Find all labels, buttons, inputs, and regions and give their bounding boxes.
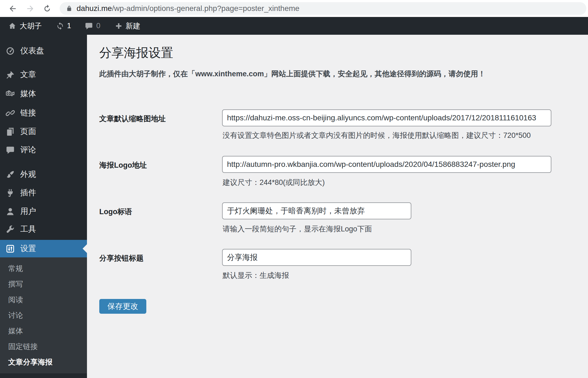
settings-submenu: 常规 撰写 阅读 讨论 媒体 固定链接 文章分享海报 (0, 257, 87, 373)
browser-back-button[interactable] (7, 3, 18, 14)
sidebar-item-label: 仪表盘 (20, 45, 44, 56)
admin-bar-new[interactable]: 新建 (115, 17, 140, 35)
new-label: 新建 (126, 21, 140, 31)
pages-icon (6, 127, 15, 136)
submenu-item-share-poster[interactable]: 文章分享海报 (8, 354, 53, 370)
comment-icon (85, 22, 93, 30)
sidebar-item-label: 评论 (20, 144, 36, 155)
page-title: 分享海报设置 (99, 45, 173, 61)
admin-bar-updates[interactable]: 1 (56, 17, 71, 35)
plugin-notice: 此插件由大胡子制作，仅在「www.xintheme.com」网站上面提供下载，安… (99, 69, 485, 79)
sidebar-item-appearance[interactable]: 外观 (0, 166, 87, 183)
submenu-item-discussion[interactable]: 讨论 (8, 307, 23, 323)
sidebar-item-label: 设置 (20, 243, 36, 254)
share-button-title-input[interactable] (222, 249, 411, 266)
sidebar-item-media[interactable]: 媒体 (0, 85, 87, 103)
sidebar-item-settings[interactable]: 设置 (0, 240, 87, 257)
url-host: dahuzi.me (77, 4, 112, 13)
site-name: 大胡子 (20, 21, 42, 31)
wrench-icon (6, 225, 15, 234)
save-changes-button[interactable]: 保存更改 (99, 299, 146, 314)
forward-arrow-icon (26, 4, 35, 13)
sliders-icon (6, 244, 15, 253)
sidebar-item-posts[interactable]: 文章 (0, 66, 87, 83)
sidebar-item-label: 外观 (20, 169, 36, 180)
sidebar-item-plugins[interactable]: 插件 (0, 184, 87, 202)
submenu-item-permalinks[interactable]: 固定链接 (8, 339, 38, 354)
sidebar-item-label: 页面 (20, 126, 36, 137)
field-label-poster-logo: 海报Logo地址 (99, 160, 147, 170)
screen: dahuzi.me/wp-admin/options-general.php?p… (0, 0, 588, 378)
field-helper-share-button-title: 默认显示：生成海报 (223, 271, 289, 280)
url-path: /wp-admin/options-general.php?page=poste… (112, 4, 299, 13)
sidebar-item-label: 插件 (20, 187, 36, 198)
update-icon (56, 22, 64, 30)
active-menu-arrow (83, 244, 87, 253)
field-label-default-thumbnail: 文章默认缩略图地址 (99, 114, 166, 124)
field-helper-logo-slogan: 请输入一段简短的句子，显示在海报Logo下面 (223, 224, 372, 234)
back-arrow-icon (8, 4, 17, 13)
main-content: 分享海报设置 此插件由大胡子制作，仅在「www.xintheme.com」网站上… (87, 35, 588, 378)
sidebar-item-label: 链接 (20, 107, 36, 118)
logo-slogan-input[interactable] (222, 202, 411, 219)
media-icon (6, 89, 15, 98)
plug-icon (6, 188, 15, 197)
admin-bar-site[interactable]: 大胡子 (8, 17, 42, 35)
sidebar-item-tools[interactable]: 工具 (0, 220, 87, 238)
sidebar-item-label: 工具 (20, 224, 36, 235)
submenu-item-media[interactable]: 媒体 (8, 323, 23, 339)
default-thumbnail-url-input[interactable] (222, 109, 551, 126)
browser-forward-button[interactable] (25, 3, 36, 14)
sidebar-item-comments[interactable]: 评论 (0, 141, 87, 159)
user-icon (6, 207, 15, 216)
wp-admin-menu: 仪表盘 文章 媒体 链接 页面 评论 外观 插件 (0, 35, 87, 378)
reload-icon (43, 4, 52, 13)
poster-logo-url-input[interactable] (222, 156, 551, 173)
sidebar-item-links[interactable]: 链接 (0, 104, 87, 122)
address-bar[interactable]: dahuzi.me/wp-admin/options-general.php?p… (60, 2, 586, 15)
link-icon (6, 109, 15, 118)
wp-admin-bar: 大胡子 1 0 新建 (0, 17, 588, 35)
sidebar-item-label: 媒体 (20, 88, 36, 99)
update-count: 1 (67, 22, 71, 30)
plus-icon (115, 22, 123, 30)
comment-count: 0 (96, 22, 100, 30)
sidebar-item-dashboard[interactable]: 仪表盘 (0, 42, 87, 60)
sidebar-item-pages[interactable]: 页面 (0, 123, 87, 140)
submenu-item-writing[interactable]: 撰写 (8, 276, 23, 292)
pushpin-icon (6, 70, 15, 79)
url-text: dahuzi.me/wp-admin/options-general.php?p… (77, 4, 299, 13)
field-label-share-button-title: 分享按钮标题 (99, 253, 144, 263)
sidebar-item-label: 用户 (20, 206, 36, 217)
sidebar-item-users[interactable]: 用户 (0, 203, 87, 220)
comment-icon (6, 146, 15, 155)
field-helper-poster-logo: 建议尺寸：244*80(或同比放大) (223, 178, 325, 187)
field-label-logo-slogan: Logo标语 (99, 207, 132, 217)
lock-icon (66, 5, 73, 12)
admin-bar-comments[interactable]: 0 (85, 17, 100, 35)
browser-toolbar: dahuzi.me/wp-admin/options-general.php?p… (0, 0, 588, 17)
sidebar-item-label: 文章 (20, 69, 36, 80)
field-helper-default-thumbnail: 没有设置文章特色图片或者文章内没有图片的时候，海报使用默认缩略图，建议尺寸：72… (223, 130, 531, 140)
submenu-item-general[interactable]: 常规 (8, 261, 23, 276)
home-icon (8, 22, 16, 30)
brush-icon (6, 170, 15, 179)
browser-reload-button[interactable] (42, 3, 53, 14)
dashboard-icon (6, 46, 15, 56)
submenu-item-reading[interactable]: 阅读 (8, 292, 23, 307)
